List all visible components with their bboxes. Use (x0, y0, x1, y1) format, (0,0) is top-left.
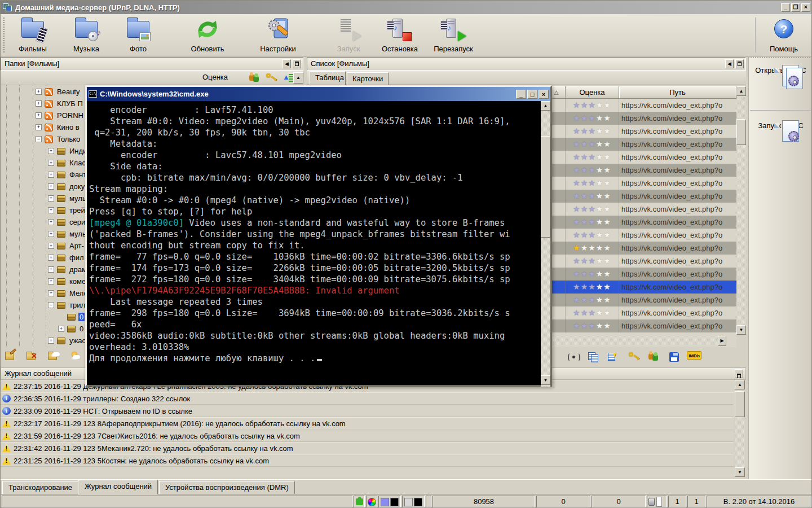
save-icon[interactable] (668, 351, 681, 364)
tree-expander-icon[interactable]: + (48, 183, 54, 190)
tree-expander-icon[interactable]: + (48, 255, 54, 261)
photo-button[interactable]: Фото (113, 16, 164, 55)
rating-stars[interactable]: ★★★★★ (566, 229, 619, 242)
open-in-vlc-button[interactable]: Открыть в VLC (749, 58, 812, 108)
tree-expander-icon[interactable]: − (48, 302, 54, 308)
video-link-row[interactable]: ★★★★★https://vk.com/video_ext.php?o (548, 190, 736, 203)
imdb-icon[interactable]: IMDb (687, 351, 701, 360)
rating-stars[interactable]: ★★★★★ (566, 268, 619, 281)
collapse-left-icon[interactable]: ◀ (283, 59, 291, 68)
video-url[interactable]: https://vk.com/video_ext.php?o (619, 294, 736, 306)
tree-item-label[interactable]: доку (68, 182, 86, 191)
tree-expander-icon[interactable]: + (36, 124, 42, 130)
scroll-down-icon[interactable]: ▼ (541, 375, 550, 385)
delete-folder-icon[interactable]: ✕ (27, 351, 40, 363)
log-vertical-scrollbar[interactable]: ▲ ▼ (735, 380, 745, 477)
rating-stars[interactable]: ★★★★★ (566, 125, 619, 138)
rating-stars[interactable]: ★★★★★ (566, 112, 619, 125)
video-url[interactable]: https://vk.com/video_ext.php?o (619, 151, 736, 164)
maximize-button[interactable]: □ (527, 90, 537, 99)
tab-dmr-devices[interactable]: Устройства воспроизведения (DMR) (159, 481, 295, 494)
broadcast-icon[interactable] (567, 351, 581, 364)
video-link-row[interactable]: ★★★★★https://vk.com/video_ext.php?o (548, 125, 736, 138)
rating-stars[interactable]: ★★★★★ (566, 138, 619, 151)
edit-folder-icon[interactable] (5, 351, 19, 363)
video-url[interactable]: https://vk.com/video_ext.php?o (619, 99, 736, 112)
tree-expander-icon[interactable]: + (36, 112, 42, 119)
log-entry[interactable]: i22:33:09 2016-11-29 НСТ: Открываем по I… (1, 405, 734, 417)
table-horizontal-scrollbar[interactable]: ▶ (548, 336, 736, 346)
tree-expander-icon[interactable]: + (48, 231, 54, 237)
scroll-up-icon[interactable]: ▲ (541, 101, 550, 111)
video-url[interactable]: https://vk.com/video_ext.php?o (619, 242, 736, 255)
log-entry[interactable]: !22:32:17 2016-11-29 123 8Афераподприкры… (1, 417, 734, 430)
log-entry[interactable]: !22:31:25 2016-11-29 123 5Костян: не уда… (1, 454, 734, 467)
pin-icon[interactable] (735, 59, 744, 68)
table-vertical-scrollbar[interactable]: ▲ ▼ (736, 86, 746, 335)
rating-column-header[interactable]: Оценка (566, 86, 619, 99)
cmd-titlebar[interactable]: C:\ C:\Windows\system32\cmd.exe _ □ × (87, 87, 550, 101)
tree-expander-icon[interactable]: + (48, 338, 54, 344)
cloud-folder-icon[interactable] (48, 351, 61, 363)
tree-expander-icon[interactable]: + (48, 219, 54, 225)
tree-expander-icon[interactable]: + (48, 148, 54, 154)
video-url[interactable]: https://vk.com/video_ext.php?o (619, 216, 736, 229)
stop-button[interactable]: ♪ Остановка (374, 16, 425, 55)
rating-stars[interactable]: ★★★★★ (566, 294, 619, 306)
video-link-row[interactable]: ★★★★★https://vk.com/video_ext.php?o (548, 99, 736, 112)
tab-transcoding[interactable]: Транскодирование (2, 481, 78, 494)
video-link-row[interactable]: ★★★★★https://vk.com/video_ext.php?o (548, 229, 736, 242)
video-link-row[interactable]: ★★★★★https://vk.com/video_ext.php?o (548, 164, 736, 177)
video-link-row[interactable]: ★★★★★https://vk.com/video_ext.php?o (548, 319, 736, 332)
rating-stars[interactable]: ★★★★★ (566, 281, 619, 294)
restart-button[interactable]: ♪ Перезапуск (428, 16, 479, 55)
video-link-row[interactable]: ★★★★★https://vk.com/video_ext.php?o (548, 112, 736, 125)
video-url[interactable]: https://vk.com/video_ext.php?o (619, 190, 736, 203)
run-in-vlc-button[interactable]: Запуск в VLC (749, 113, 812, 163)
cmd-window[interactable]: C:\ C:\Windows\system32\cmd.exe _ □ × en… (85, 85, 552, 387)
pin-icon[interactable] (293, 59, 301, 68)
close-button[interactable]: × (539, 90, 549, 99)
tree-item-label[interactable]: сери (68, 218, 86, 226)
tree-item-label[interactable]: Арт- (68, 242, 85, 250)
tree-item-label[interactable]: Кино в (56, 123, 81, 132)
rating-stars[interactable]: ★★★★★ (566, 177, 619, 190)
scroll-down-icon[interactable]: ▼ (736, 325, 746, 335)
minimize-button[interactable]: _ (781, 3, 790, 12)
tree-item-label[interactable]: Beauty (56, 87, 81, 96)
tree-item-label[interactable]: коме (68, 277, 87, 286)
scroll-down-icon[interactable]: ▼ (735, 467, 745, 477)
collapse-panel-button[interactable]: ▲ (293, 72, 303, 84)
scroll-up-icon[interactable]: ▲ (736, 86, 746, 96)
video-url[interactable]: https://vk.com/video_ext.php?o (619, 319, 736, 332)
users-icon[interactable] (249, 72, 261, 84)
video-link-row[interactable]: ★★★★★https://vk.com/video_ext.php?o (548, 294, 736, 306)
tree-expander-icon[interactable]: + (48, 160, 54, 166)
key-icon[interactable] (628, 351, 642, 364)
log-entry[interactable]: !22:31:42 2016-11-29 123 5Меканик2.720: … (1, 442, 734, 454)
rating-stars[interactable]: ★★★★★ (566, 164, 619, 177)
users-icon[interactable] (648, 351, 661, 364)
tree-item-label[interactable]: фил (68, 253, 85, 262)
tree-expander-icon[interactable]: + (36, 100, 42, 107)
video-url[interactable]: https://vk.com/video_ext.php?o (619, 281, 736, 294)
video-url[interactable]: https://vk.com/video_ext.php?o (619, 125, 736, 138)
video-url[interactable]: https://vk.com/video_ext.php?o (619, 203, 736, 216)
video-link-row[interactable]: ★★★★★https://vk.com/video_ext.php?o (548, 177, 736, 190)
tab-cards[interactable]: Карточки (347, 72, 389, 85)
lightning-table-icon[interactable] (607, 351, 620, 364)
rating-stars[interactable]: ★★★★★ (566, 319, 619, 332)
help-button[interactable]: ? Помощь (758, 16, 809, 55)
video-url[interactable]: https://vk.com/video_ext.php?o (619, 138, 736, 151)
scroll-thumb[interactable] (736, 119, 746, 145)
video-link-row[interactable]: ★★★★★https://vk.com/video_ext.php?o (548, 255, 736, 268)
video-url[interactable]: https://vk.com/video_ext.php?o (619, 255, 736, 268)
settings-button[interactable]: Настройки (253, 16, 303, 55)
tree-item-label[interactable]: PORNH (56, 111, 85, 120)
video-link-row[interactable]: ★★★★★https://vk.com/video_ext.php?o (548, 138, 736, 151)
tree-expander-icon[interactable]: + (48, 290, 54, 296)
rating-stars[interactable]: ★★★★★ (566, 203, 619, 216)
video-link-row[interactable]: ★★★★★https://vk.com/video_ext.php?o (548, 281, 736, 294)
copy-table-icon[interactable] (587, 351, 601, 364)
video-link-row[interactable]: ★★★★★https://vk.com/video_ext.php?o (548, 216, 736, 229)
